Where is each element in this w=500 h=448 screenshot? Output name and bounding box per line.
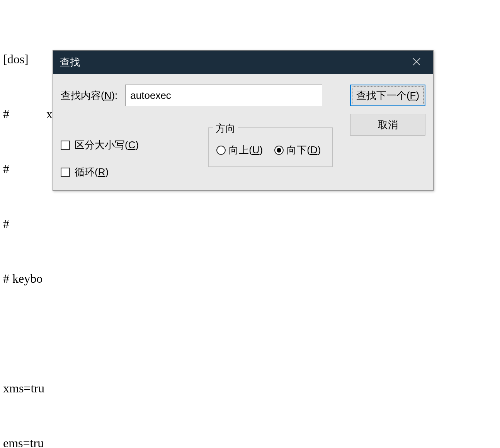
cancel-button[interactable]: 取消 bbox=[350, 114, 425, 136]
checkbox-icon bbox=[61, 141, 70, 150]
direction-fieldset: 方向 向上(U) 向下(D) bbox=[208, 127, 333, 167]
direction-down-radio[interactable]: 向下(D) bbox=[274, 143, 321, 157]
editor-line: # keybo bbox=[3, 270, 497, 288]
radio-label: 向下(D) bbox=[287, 143, 321, 157]
radio-icon bbox=[216, 146, 226, 155]
search-label: 查找内容(N): bbox=[61, 89, 117, 102]
checkbox-label: 循环(R) bbox=[75, 165, 109, 179]
find-next-button[interactable]: 查找下一个(F) bbox=[350, 85, 425, 106]
checkbox-label: 区分大小写(C) bbox=[75, 138, 139, 152]
editor-line bbox=[3, 324, 497, 343]
direction-up-radio[interactable]: 向上(U) bbox=[216, 143, 263, 157]
wrap-around-checkbox[interactable]: 循环(R) bbox=[61, 165, 139, 179]
direction-legend: 方向 bbox=[213, 122, 238, 135]
editor-line: # bbox=[3, 215, 497, 233]
checkbox-icon bbox=[61, 168, 70, 177]
dialog-button-column: 查找下一个(F) 取消 bbox=[350, 85, 425, 136]
dialog-title: 查找 bbox=[60, 56, 407, 69]
dialog-titlebar[interactable]: 查找 bbox=[53, 51, 433, 74]
direction-radios: 向上(U) 向下(D) bbox=[216, 143, 325, 157]
editor-line: ems=tru bbox=[3, 434, 497, 448]
editor-line: xms=tru bbox=[3, 379, 497, 397]
dialog-body: 查找内容(N): 查找下一个(F) 取消 区分大小写(C) 循环(R) 方向 bbox=[53, 74, 433, 190]
checkbox-group: 区分大小写(C) 循环(R) bbox=[61, 138, 139, 179]
radio-icon bbox=[274, 146, 284, 155]
find-dialog: 查找 查找内容(N): 查找下一个(F) 取消 区分大小写(C) 循环(R) bbox=[53, 50, 434, 191]
search-input[interactable] bbox=[125, 85, 322, 106]
radio-label: 向上(U) bbox=[229, 143, 263, 157]
close-icon[interactable] bbox=[407, 56, 426, 69]
match-case-checkbox[interactable]: 区分大小写(C) bbox=[61, 138, 139, 152]
